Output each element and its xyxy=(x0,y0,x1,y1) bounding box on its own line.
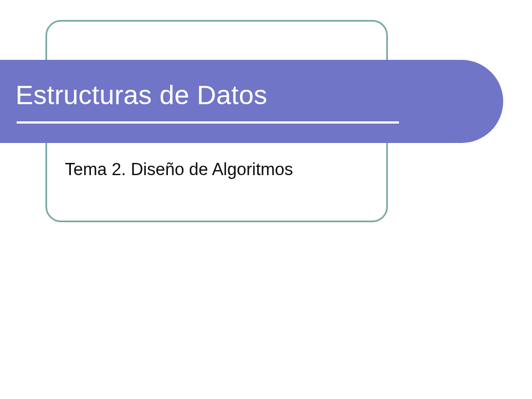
slide-subtitle: Tema 2. Diseño de Algoritmos xyxy=(65,160,293,180)
title-banner: Estructuras de Datos xyxy=(0,60,503,143)
title-underline xyxy=(17,121,399,124)
slide-title: Estructuras de Datos xyxy=(16,80,503,110)
